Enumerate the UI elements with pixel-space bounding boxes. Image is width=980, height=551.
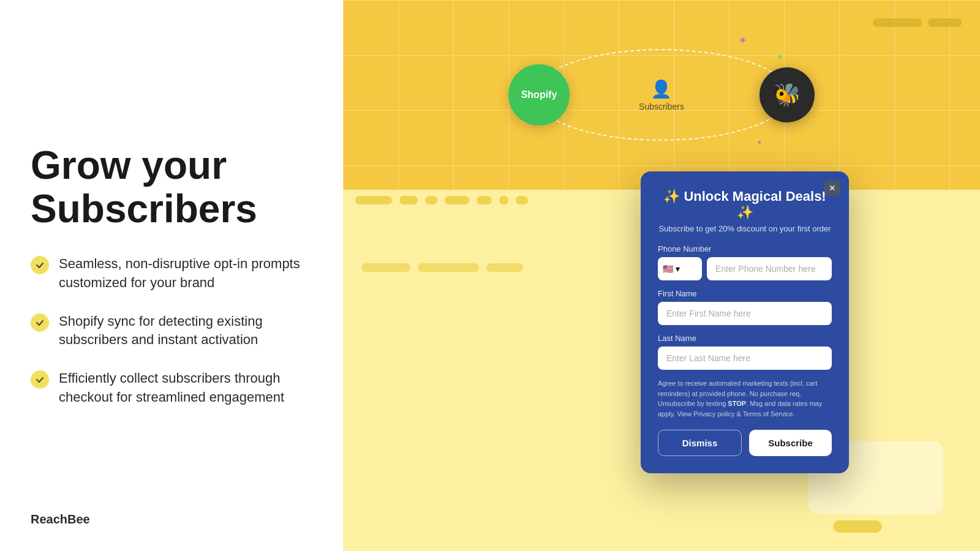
main-title: Grow your Subscribers bbox=[31, 144, 312, 230]
dash-7 bbox=[516, 196, 528, 204]
check-icon-2 bbox=[31, 313, 49, 332]
diagram-area: Shopify 👤 Subscribers 🐝 ✦ ✦ ✦ bbox=[343, 0, 980, 190]
brand-name: ReachBee bbox=[31, 512, 90, 527]
modal-buttons: Dismiss Subscribe bbox=[658, 430, 832, 456]
dash-1 bbox=[355, 196, 392, 204]
country-dropdown-icon: ▾ bbox=[676, 264, 680, 274]
diagram-inner: Shopify 👤 Subscribers 🐝 ✦ ✦ ✦ bbox=[508, 40, 815, 150]
features-list: Seamless, non-disruptive opt-in prompts … bbox=[31, 255, 312, 407]
dash-mid-1 bbox=[361, 263, 410, 272]
last-name-label: Last Name bbox=[658, 334, 832, 343]
dash-6 bbox=[499, 196, 508, 204]
dash-4 bbox=[445, 196, 469, 204]
sparkle-icon-2: ✦ bbox=[756, 138, 763, 147]
dash-mid-3 bbox=[486, 263, 523, 272]
top-pill-1 bbox=[873, 18, 922, 27]
phone-form-group: Phone Number 🇺🇸 ▾ bbox=[658, 244, 832, 280]
first-name-input[interactable] bbox=[658, 302, 832, 325]
feature-text-1: Seamless, non-disruptive opt-in prompts … bbox=[59, 255, 312, 293]
feature-text-3: Efficiently collect subscribers through … bbox=[59, 369, 312, 407]
top-right-pills bbox=[873, 18, 962, 27]
consent-text: Agree to receive automated marketing tex… bbox=[658, 378, 832, 419]
dash-mid-2 bbox=[418, 263, 479, 272]
modal: ✕ ✨ Unlock Magical Deals! ✨ Subscribe to… bbox=[641, 171, 849, 473]
sparkle-icon-3: ✦ bbox=[777, 52, 784, 62]
shopify-node: Shopify bbox=[508, 64, 570, 126]
person-icon: 👤 bbox=[650, 79, 672, 99]
first-name-form-group: First Name bbox=[658, 289, 832, 325]
dash-row-2 bbox=[361, 263, 523, 272]
last-name-input[interactable] bbox=[658, 347, 832, 370]
bottom-pill bbox=[833, 520, 882, 533]
bee-node: 🐝 bbox=[760, 67, 815, 122]
phone-input[interactable] bbox=[707, 257, 832, 280]
bee-icon: 🐝 bbox=[774, 82, 801, 108]
feature-item-1: Seamless, non-disruptive opt-in prompts … bbox=[31, 255, 312, 293]
check-icon-3 bbox=[31, 370, 49, 389]
dismiss-button[interactable]: Dismiss bbox=[658, 430, 742, 456]
feature-text-2: Shopify sync for detecting existing subs… bbox=[59, 312, 312, 350]
subscribe-button[interactable]: Subscribe bbox=[749, 430, 832, 456]
subscribers-label: 👤 Subscribers bbox=[639, 79, 684, 111]
right-panel: Shopify 👤 Subscribers 🐝 ✦ ✦ ✦ bbox=[343, 0, 980, 551]
first-name-label: First Name bbox=[658, 289, 832, 298]
dash-5 bbox=[477, 196, 492, 204]
country-select[interactable]: 🇺🇸 ▾ bbox=[658, 257, 702, 280]
sparkle-icon-1: ✦ bbox=[738, 34, 747, 47]
left-panel: Grow your Subscribers Seamless, non-disr… bbox=[0, 0, 343, 551]
feature-item-3: Efficiently collect subscribers through … bbox=[31, 369, 312, 407]
check-icon-1 bbox=[31, 256, 49, 274]
top-pill-2 bbox=[928, 18, 962, 27]
phone-row: 🇺🇸 ▾ bbox=[658, 257, 832, 280]
phone-label: Phone Number bbox=[658, 244, 832, 253]
modal-subtitle: Subscribe to get 20% discount on your fi… bbox=[658, 224, 832, 233]
modal-title: ✨ Unlock Magical Deals! ✨ bbox=[658, 189, 832, 220]
feature-item-2: Shopify sync for detecting existing subs… bbox=[31, 312, 312, 350]
modal-close-button[interactable]: ✕ bbox=[824, 180, 840, 196]
dash-3 bbox=[425, 196, 437, 204]
last-name-form-group: Last Name bbox=[658, 334, 832, 370]
dash-2 bbox=[399, 196, 418, 204]
country-flag: 🇺🇸 bbox=[663, 264, 673, 274]
